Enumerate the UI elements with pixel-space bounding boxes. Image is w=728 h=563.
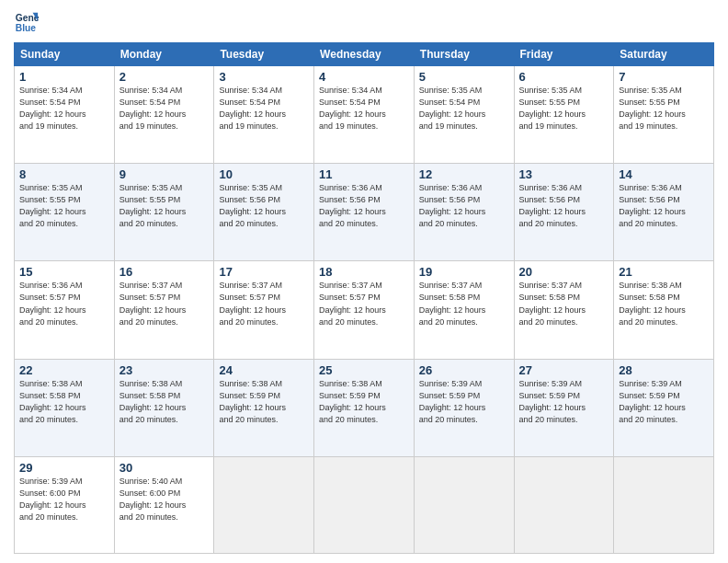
day-number: 27: [519, 363, 609, 377]
day-cell-21: 21Sunrise: 5:38 AMSunset: 5:58 PMDayligh…: [614, 261, 714, 359]
general-blue-logo-icon: General Blue: [14, 9, 40, 35]
svg-text:Blue: Blue: [16, 23, 37, 33]
day-detail: Sunrise: 5:39 AMSunset: 5:59 PMDaylight:…: [519, 378, 609, 426]
day-cell-3: 3Sunrise: 5:34 AMSunset: 5:54 PMDaylight…: [214, 66, 314, 164]
day-detail: Sunrise: 5:38 AMSunset: 5:58 PMDaylight:…: [119, 378, 210, 426]
day-number: 28: [619, 363, 709, 377]
day-number: 7: [619, 70, 709, 84]
day-cell-22: 22Sunrise: 5:38 AMSunset: 5:58 PMDayligh…: [15, 359, 115, 456]
day-detail: Sunrise: 5:37 AMSunset: 5:57 PMDaylight:…: [219, 280, 309, 327]
week-row-1: 8Sunrise: 5:35 AMSunset: 5:55 PMDaylight…: [15, 164, 714, 261]
day-number: 12: [419, 167, 509, 181]
day-number: 13: [519, 167, 609, 181]
day-cell-12: 12Sunrise: 5:36 AMSunset: 5:56 PMDayligh…: [414, 164, 514, 261]
col-header-sunday: Sunday: [15, 43, 115, 66]
day-cell-25: 25Sunrise: 5:38 AMSunset: 5:59 PMDayligh…: [314, 359, 415, 456]
week-row-0: 1Sunrise: 5:34 AMSunset: 5:54 PMDaylight…: [15, 66, 714, 164]
col-header-tuesday: Tuesday: [214, 43, 314, 66]
day-number: 2: [119, 70, 210, 84]
day-detail: Sunrise: 5:37 AMSunset: 5:58 PMDaylight:…: [419, 280, 509, 327]
day-detail: Sunrise: 5:35 AMSunset: 5:55 PMDaylight:…: [119, 182, 210, 230]
col-header-wednesday: Wednesday: [314, 43, 415, 66]
day-number: 10: [219, 167, 309, 181]
header: General Blue: [14, 9, 714, 35]
day-detail: Sunrise: 5:38 AMSunset: 5:58 PMDaylight:…: [619, 280, 709, 327]
day-detail: Sunrise: 5:39 AMSunset: 5:59 PMDaylight:…: [419, 378, 509, 426]
day-cell-8: 8Sunrise: 5:35 AMSunset: 5:55 PMDaylight…: [15, 164, 115, 261]
day-detail: Sunrise: 5:36 AMSunset: 5:56 PMDaylight:…: [319, 182, 409, 230]
day-detail: Sunrise: 5:35 AMSunset: 5:54 PMDaylight:…: [419, 85, 509, 132]
col-header-thursday: Thursday: [414, 43, 514, 66]
day-cell-1: 1Sunrise: 5:34 AMSunset: 5:54 PMDaylight…: [15, 66, 115, 164]
day-detail: Sunrise: 5:36 AMSunset: 5:57 PMDaylight:…: [19, 280, 109, 327]
day-number: 21: [619, 265, 709, 279]
day-detail: Sunrise: 5:37 AMSunset: 5:57 PMDaylight:…: [119, 280, 210, 327]
day-detail: Sunrise: 5:38 AMSunset: 5:59 PMDaylight:…: [219, 378, 309, 426]
day-cell-23: 23Sunrise: 5:38 AMSunset: 5:58 PMDayligh…: [114, 359, 214, 456]
day-number: 15: [19, 265, 109, 279]
day-detail: Sunrise: 5:36 AMSunset: 5:56 PMDaylight:…: [519, 182, 609, 230]
day-number: 16: [119, 265, 210, 279]
day-number: 1: [19, 70, 109, 84]
day-number: 8: [19, 167, 109, 181]
day-detail: Sunrise: 5:34 AMSunset: 5:54 PMDaylight:…: [19, 85, 109, 132]
day-number: 9: [119, 167, 210, 181]
day-detail: Sunrise: 5:35 AMSunset: 5:56 PMDaylight:…: [219, 182, 309, 230]
day-detail: Sunrise: 5:35 AMSunset: 5:55 PMDaylight:…: [619, 85, 709, 132]
day-number: 24: [219, 363, 309, 377]
week-row-4: 29Sunrise: 5:39 AMSunset: 6:00 PMDayligh…: [15, 456, 714, 553]
day-number: 18: [319, 265, 409, 279]
empty-cell: [214, 456, 314, 553]
day-detail: Sunrise: 5:40 AMSunset: 6:00 PMDaylight:…: [119, 476, 210, 523]
day-detail: Sunrise: 5:37 AMSunset: 5:58 PMDaylight:…: [519, 280, 609, 327]
day-cell-15: 15Sunrise: 5:36 AMSunset: 5:57 PMDayligh…: [15, 261, 115, 359]
day-number: 5: [419, 70, 509, 84]
week-row-2: 15Sunrise: 5:36 AMSunset: 5:57 PMDayligh…: [15, 261, 714, 359]
day-cell-10: 10Sunrise: 5:35 AMSunset: 5:56 PMDayligh…: [214, 164, 314, 261]
col-header-saturday: Saturday: [614, 43, 714, 66]
day-number: 22: [19, 363, 109, 377]
day-number: 4: [319, 70, 409, 84]
day-detail: Sunrise: 5:38 AMSunset: 5:58 PMDaylight:…: [19, 378, 109, 426]
day-cell-29: 29Sunrise: 5:39 AMSunset: 6:00 PMDayligh…: [15, 456, 115, 553]
day-cell-19: 19Sunrise: 5:37 AMSunset: 5:58 PMDayligh…: [414, 261, 514, 359]
page: General Blue SundayMondayTuesdayWednesda…: [0, 0, 728, 563]
day-cell-26: 26Sunrise: 5:39 AMSunset: 5:59 PMDayligh…: [414, 359, 514, 456]
day-cell-4: 4Sunrise: 5:34 AMSunset: 5:54 PMDaylight…: [314, 66, 415, 164]
day-cell-11: 11Sunrise: 5:36 AMSunset: 5:56 PMDayligh…: [314, 164, 415, 261]
day-number: 20: [519, 265, 609, 279]
day-number: 29: [19, 461, 109, 475]
day-detail: Sunrise: 5:34 AMSunset: 5:54 PMDaylight:…: [319, 85, 409, 132]
day-number: 17: [219, 265, 309, 279]
empty-cell: [514, 456, 614, 553]
day-cell-18: 18Sunrise: 5:37 AMSunset: 5:57 PMDayligh…: [314, 261, 415, 359]
week-row-3: 22Sunrise: 5:38 AMSunset: 5:58 PMDayligh…: [15, 359, 714, 456]
day-detail: Sunrise: 5:37 AMSunset: 5:57 PMDaylight:…: [319, 280, 409, 327]
day-detail: Sunrise: 5:36 AMSunset: 5:56 PMDaylight:…: [419, 182, 509, 230]
day-detail: Sunrise: 5:39 AMSunset: 5:59 PMDaylight:…: [619, 378, 709, 426]
day-number: 11: [319, 167, 409, 181]
day-number: 30: [119, 461, 210, 475]
day-cell-14: 14Sunrise: 5:36 AMSunset: 5:56 PMDayligh…: [614, 164, 714, 261]
day-cell-27: 27Sunrise: 5:39 AMSunset: 5:59 PMDayligh…: [514, 359, 614, 456]
day-cell-7: 7Sunrise: 5:35 AMSunset: 5:55 PMDaylight…: [614, 66, 714, 164]
day-cell-2: 2Sunrise: 5:34 AMSunset: 5:54 PMDaylight…: [114, 66, 214, 164]
empty-cell: [614, 456, 714, 553]
day-number: 14: [619, 167, 709, 181]
col-header-friday: Friday: [514, 43, 614, 66]
day-number: 19: [419, 265, 509, 279]
day-number: 26: [419, 363, 509, 377]
day-detail: Sunrise: 5:38 AMSunset: 5:59 PMDaylight:…: [319, 378, 409, 426]
day-detail: Sunrise: 5:34 AMSunset: 5:54 PMDaylight:…: [119, 85, 210, 132]
day-cell-30: 30Sunrise: 5:40 AMSunset: 6:00 PMDayligh…: [114, 456, 214, 553]
day-number: 25: [319, 363, 409, 377]
day-number: 6: [519, 70, 609, 84]
day-cell-28: 28Sunrise: 5:39 AMSunset: 5:59 PMDayligh…: [614, 359, 714, 456]
empty-cell: [314, 456, 415, 553]
day-detail: Sunrise: 5:39 AMSunset: 6:00 PMDaylight:…: [19, 476, 109, 523]
day-detail: Sunrise: 5:35 AMSunset: 5:55 PMDaylight:…: [19, 182, 109, 230]
day-number: 23: [119, 363, 210, 377]
day-cell-20: 20Sunrise: 5:37 AMSunset: 5:58 PMDayligh…: [514, 261, 614, 359]
day-detail: Sunrise: 5:35 AMSunset: 5:55 PMDaylight:…: [519, 85, 609, 132]
day-cell-5: 5Sunrise: 5:35 AMSunset: 5:54 PMDaylight…: [414, 66, 514, 164]
